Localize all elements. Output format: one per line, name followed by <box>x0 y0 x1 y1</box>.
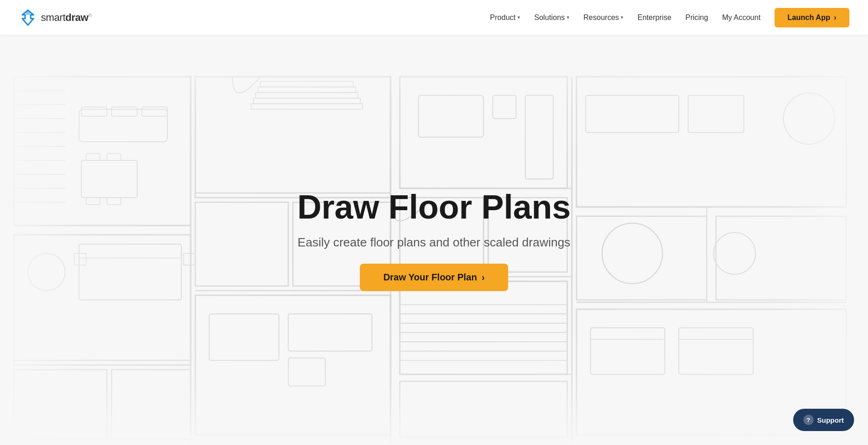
resources-chevron-icon: ▾ <box>621 14 623 20</box>
solutions-chevron-icon: ▾ <box>567 14 570 20</box>
nav-my-account[interactable]: My Account <box>722 13 761 22</box>
logo-text: smartdraw® <box>41 12 92 24</box>
draw-floor-plan-button[interactable]: Draw Your Floor Plan › <box>360 264 508 291</box>
smartdraw-logo-icon <box>19 8 37 27</box>
nav-resources[interactable]: Resources ▾ <box>583 13 623 22</box>
nav-solutions[interactable]: Solutions ▾ <box>534 13 570 22</box>
cta-arrow-icon: › <box>482 272 485 283</box>
hero-subtitle: Easily create floor plans and other scal… <box>298 235 570 250</box>
nav-links: Product ▾ Solutions ▾ Resources ▾ Enterp… <box>490 8 849 27</box>
hero-section: Draw Floor Plans Easily create floor pla… <box>0 35 868 445</box>
nav-pricing[interactable]: Pricing <box>685 13 708 22</box>
nav-enterprise[interactable]: Enterprise <box>637 13 671 22</box>
hero-content: Draw Floor Plans Easily create floor pla… <box>297 189 570 291</box>
nav-product[interactable]: Product ▾ <box>490 13 520 22</box>
launch-app-button[interactable]: Launch App › <box>775 8 849 27</box>
support-button[interactable]: ? Support <box>793 409 855 431</box>
product-chevron-icon: ▾ <box>517 14 520 20</box>
launch-app-arrow-icon: › <box>834 13 836 22</box>
support-icon: ? <box>803 415 814 425</box>
logo[interactable]: smartdraw® <box>19 8 92 27</box>
navbar: smartdraw® Product ▾ Solutions ▾ Resourc… <box>0 0 868 35</box>
hero-title: Draw Floor Plans <box>297 189 570 226</box>
